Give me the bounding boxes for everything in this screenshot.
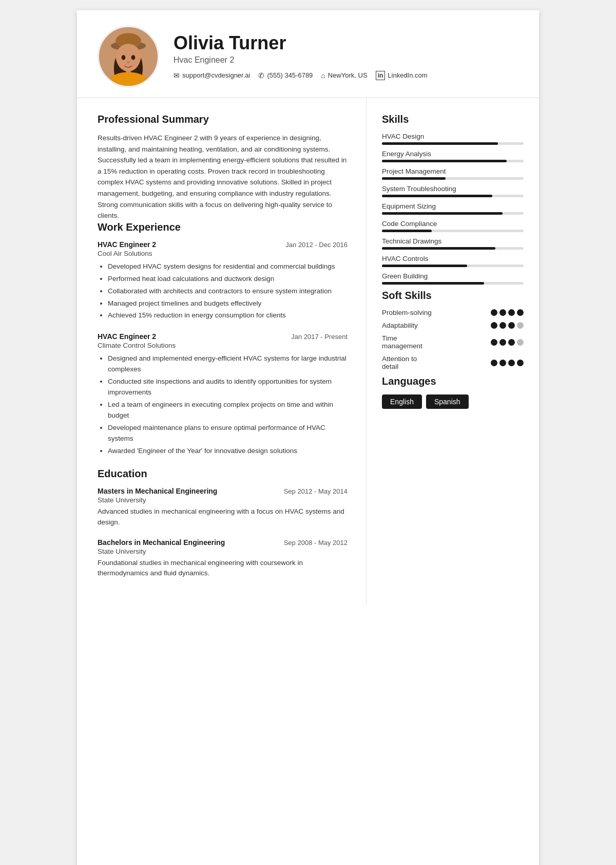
language-spanish: Spanish bbox=[426, 394, 469, 409]
phone-icon: ✆ bbox=[258, 71, 264, 80]
skill-bar-bg bbox=[382, 195, 524, 197]
edu-degree-1: Masters in Mechanical Engineering bbox=[98, 487, 217, 495]
dot bbox=[499, 309, 506, 316]
email-icon: ✉ bbox=[174, 71, 180, 80]
skill-bar-fill bbox=[382, 265, 467, 267]
bullet-item: Collaborated with architects and contrac… bbox=[108, 286, 348, 297]
skill-item: Energy Analysis bbox=[382, 150, 524, 162]
bullet-item: Led a team of engineers in executing com… bbox=[108, 400, 348, 421]
contact-linkedin: in LinkedIn.com bbox=[376, 71, 428, 80]
job-company-1: Cool Air Solutions bbox=[98, 250, 348, 257]
job-entry-1: HVAC Engineer 2 Jan 2012 - Dec 2016 Cool… bbox=[98, 240, 348, 322]
edu-desc-2: Foundational studies in mechanical engin… bbox=[98, 558, 348, 579]
skill-item: System Troubleshooting bbox=[382, 185, 524, 197]
languages-title: Languages bbox=[382, 375, 524, 387]
bullet-item: Performed heat load calculations and duc… bbox=[108, 274, 348, 285]
skill-item: HVAC Design bbox=[382, 133, 524, 145]
dot bbox=[508, 339, 515, 346]
edu-header-2: Bachelors in Mechanical Engineering Sep … bbox=[98, 538, 348, 547]
skills-title: Skills bbox=[382, 114, 524, 125]
job-company-2: Climate Control Solutions bbox=[98, 342, 348, 349]
soft-skill-name: Time management bbox=[382, 334, 491, 350]
skill-bar-fill bbox=[382, 282, 484, 285]
phone-text: (555) 345-6789 bbox=[267, 71, 313, 79]
soft-skill-name: Adaptability bbox=[382, 322, 491, 329]
linkedin-icon: in bbox=[376, 71, 386, 80]
linkedin-text: LinkedIn.com bbox=[388, 71, 427, 79]
avatar bbox=[98, 26, 159, 87]
dot bbox=[517, 360, 524, 366]
left-column: Professional Summary Results-driven HVAC… bbox=[77, 98, 367, 605]
job-dates-1: Jan 2012 - Dec 2016 bbox=[285, 241, 348, 249]
education-section: Education Masters in Mechanical Engineer… bbox=[98, 468, 348, 579]
edu-dates-1: Sep 2012 - May 2014 bbox=[284, 487, 348, 495]
skill-name: Code Compliance bbox=[382, 220, 524, 228]
skill-bar-fill bbox=[382, 177, 446, 180]
contact-phone: ✆ (555) 345-6789 bbox=[258, 71, 313, 80]
edu-entry-2: Bachelors in Mechanical Engineering Sep … bbox=[98, 538, 348, 579]
skill-name: System Troubleshooting bbox=[382, 185, 524, 193]
dot bbox=[499, 322, 506, 329]
soft-skills-list: Problem-solving Adaptability Time manage… bbox=[382, 309, 524, 370]
job-entry-2: HVAC Engineer 2 Jan 2017 - Present Clima… bbox=[98, 332, 348, 456]
dots-container bbox=[491, 360, 524, 366]
dot bbox=[517, 309, 524, 316]
skill-bar-fill bbox=[382, 230, 432, 232]
edu-school-2: State University bbox=[98, 548, 348, 555]
skill-bar-bg bbox=[382, 282, 524, 285]
summary-title: Professional Summary bbox=[98, 114, 348, 125]
skill-item: Code Compliance bbox=[382, 220, 524, 232]
job-dates-2: Jan 2017 - Present bbox=[291, 333, 348, 341]
skill-bar-fill bbox=[382, 142, 498, 145]
job-bullets-2: Designed and implemented energy-efficien… bbox=[98, 353, 348, 456]
summary-text: Results-driven HVAC Engineer 2 with 9 ye… bbox=[98, 133, 348, 221]
work-experience-section: Work Experience HVAC Engineer 2 Jan 2012… bbox=[98, 221, 348, 457]
dots-container bbox=[491, 309, 524, 316]
education-title: Education bbox=[98, 468, 348, 480]
edu-degree-2: Bachelors in Mechanical Engineering bbox=[98, 538, 225, 547]
bullet-item: Developed HVAC system designs for reside… bbox=[108, 261, 348, 272]
soft-skill-item: Time management bbox=[382, 334, 524, 350]
dot bbox=[517, 322, 524, 329]
language-english: English bbox=[382, 394, 422, 409]
contact-location: ⌂ NewYork, US bbox=[321, 71, 367, 80]
dot bbox=[491, 322, 497, 329]
skill-name: Green Building bbox=[382, 272, 524, 280]
soft-skill-item: Adaptability bbox=[382, 322, 524, 329]
dot bbox=[491, 360, 497, 366]
soft-skill-name: Attention to detail bbox=[382, 355, 491, 370]
candidate-title: Hvac Engineer 2 bbox=[174, 55, 518, 65]
skill-name: HVAC Design bbox=[382, 133, 524, 140]
skill-bar-bg bbox=[382, 230, 524, 232]
svg-point-6 bbox=[131, 55, 136, 60]
summary-section: Professional Summary Results-driven HVAC… bbox=[98, 114, 348, 221]
edu-school-1: State University bbox=[98, 496, 348, 504]
skill-bar-bg bbox=[382, 265, 524, 267]
bullet-item: Developed maintenance plans to ensure op… bbox=[108, 423, 348, 444]
work-experience-title: Work Experience bbox=[98, 221, 348, 233]
skill-item: Equipment Sizing bbox=[382, 202, 524, 215]
dot bbox=[499, 360, 506, 366]
skill-bar-fill bbox=[382, 195, 492, 197]
contact-list: ✉ support@cvdesigner.ai ✆ (555) 345-6789… bbox=[174, 71, 518, 80]
skill-bar-bg bbox=[382, 142, 524, 145]
soft-skills-section: Soft Skills Problem-solving Adaptability… bbox=[382, 290, 524, 370]
job-title-2: HVAC Engineer 2 bbox=[98, 332, 156, 341]
header-info: Olivia Turner Hvac Engineer 2 ✉ support@… bbox=[174, 33, 518, 80]
soft-skill-item: Attention to detail bbox=[382, 355, 524, 370]
dots-container bbox=[491, 322, 524, 329]
email-text: support@cvdesigner.ai bbox=[182, 71, 250, 79]
dot bbox=[508, 360, 515, 366]
skills-list: HVAC Design Energy Analysis Project Mana… bbox=[382, 133, 524, 285]
bullet-item: Managed project timelines and budgets ef… bbox=[108, 298, 348, 309]
dot bbox=[508, 309, 515, 316]
skills-section: Skills HVAC Design Energy Analysis Proje… bbox=[382, 114, 524, 285]
svg-point-5 bbox=[122, 55, 126, 60]
job-header-1: HVAC Engineer 2 Jan 2012 - Dec 2016 bbox=[98, 240, 348, 249]
soft-skill-name: Problem-solving bbox=[382, 309, 491, 316]
right-column: Skills HVAC Design Energy Analysis Proje… bbox=[367, 98, 539, 605]
skill-name: Project Management bbox=[382, 167, 524, 175]
job-bullets-1: Developed HVAC system designs for reside… bbox=[98, 261, 348, 322]
dot bbox=[491, 339, 497, 346]
skill-bar-fill bbox=[382, 247, 495, 250]
